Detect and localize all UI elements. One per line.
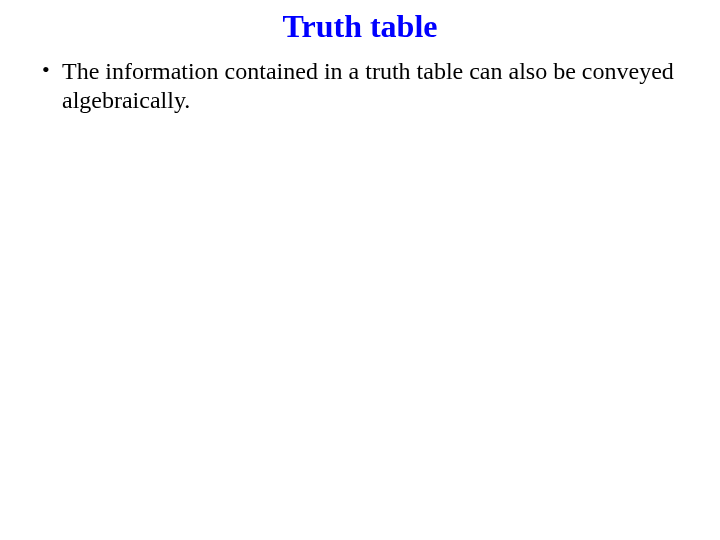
bullet-item: The information contained in a truth tab…: [40, 57, 690, 115]
bullet-list: The information contained in a truth tab…: [40, 57, 690, 115]
slide-container: Truth table The information contained in…: [0, 0, 720, 540]
slide-title: Truth table: [30, 8, 690, 45]
slide-body: The information contained in a truth tab…: [30, 57, 690, 115]
